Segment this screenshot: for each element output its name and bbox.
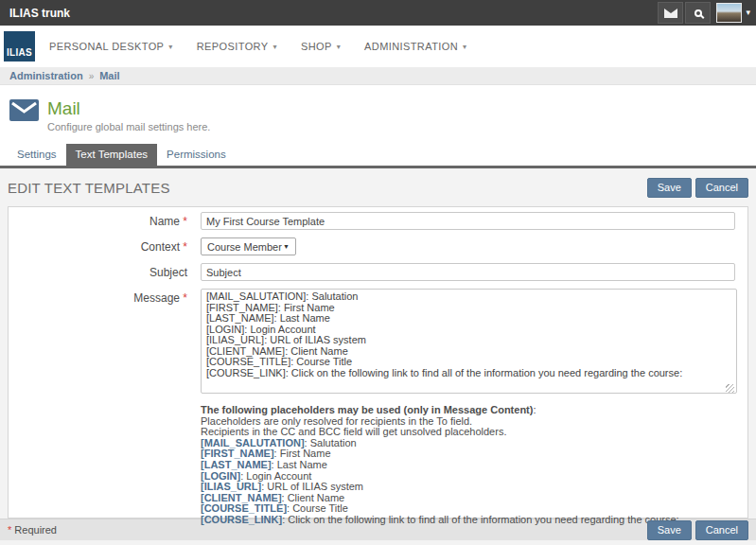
- placeholder-help: The following placeholders may be used (…: [201, 405, 747, 526]
- placeholder-token: [COURSE_TITLE]: [201, 502, 287, 514]
- main-menu: PERSONAL DESKTOP ▾ REPOSITORY ▾ SHOP ▾ A…: [49, 41, 490, 52]
- form-title: EDIT TEXT TEMPLATES: [8, 180, 170, 196]
- magnifier-icon: [694, 9, 702, 17]
- help-intro-tail: :: [533, 404, 536, 415]
- chevron-down-icon: ▾: [168, 43, 172, 51]
- subject-input[interactable]: [201, 263, 735, 281]
- placeholder-token: [LOGIN]: [201, 470, 240, 482]
- form-row-subject: Subject: [9, 263, 747, 281]
- label-text: Name: [149, 215, 180, 228]
- placeholder-desc: : URL of ILIAS system: [261, 481, 363, 492]
- envelope-icon: [664, 9, 677, 18]
- chevron-down-icon: ▾: [337, 43, 341, 51]
- nav-label: REPOSITORY: [197, 41, 269, 52]
- name-label: Name *: [9, 212, 187, 228]
- name-input[interactable]: [201, 212, 735, 230]
- placeholder-desc: : Course Title: [287, 502, 348, 514]
- page-header: Mail Configure global mail settings here…: [0, 85, 756, 144]
- form-row-message: Message * [MAIL_SALUTATION]: Salutation …: [9, 289, 747, 397]
- nav-label: SHOP: [301, 41, 332, 52]
- main-nav: ILIAS PERSONAL DESKTOP ▾ REPOSITORY ▾ SH…: [0, 26, 756, 67]
- tab-bar: Settings Text Templates Permissions: [0, 144, 756, 166]
- nav-label: PERSONAL DESKTOP: [49, 41, 164, 52]
- required-asterisk: *: [183, 215, 187, 228]
- form-row-context: Context * Course Member ▼: [9, 237, 747, 255]
- tab-permissions[interactable]: Permissions: [157, 144, 236, 166]
- placeholder-token: [COURSE_LINK]: [201, 514, 282, 525]
- breadcrumb: Administration » Mail: [0, 67, 756, 85]
- placeholder-token: [LAST_NAME]: [201, 459, 272, 470]
- page: ILIAS trunk ▾ ILIAS PERSONAL DESKTOP ▾ R…: [0, 0, 756, 545]
- help-intro: The following placeholders may be used (…: [201, 405, 747, 416]
- cancel-button-top[interactable]: Cancel: [695, 178, 748, 198]
- page-title: Mail: [47, 98, 210, 118]
- placeholder-desc: : First Name: [274, 448, 331, 459]
- form-header: EDIT TEXT TEMPLATES Save Cancel: [0, 168, 756, 206]
- nav-label: ADMINISTRATION: [364, 41, 458, 52]
- placeholder-token: [FIRST_NAME]: [201, 448, 274, 459]
- save-button-top[interactable]: Save: [647, 178, 692, 198]
- form-header-actions: Save Cancel: [647, 178, 748, 198]
- placeholder-desc: : Login Account: [240, 470, 311, 482]
- nav-shop[interactable]: SHOP ▾: [301, 41, 341, 52]
- message-label: Message *: [9, 289, 187, 305]
- message-textarea-wrap: [MAIL_SALUTATION]: Salutation [FIRST_NAM…: [201, 289, 737, 397]
- form-section: EDIT TEXT TEMPLATES Save Cancel Name * C…: [0, 168, 756, 545]
- placeholder-token: [MAIL_SALUTATION]: [201, 437, 305, 448]
- required-asterisk: *: [8, 524, 11, 536]
- context-label: Context *: [9, 237, 187, 254]
- breadcrumb-administration[interactable]: Administration: [9, 70, 83, 81]
- breadcrumb-separator: »: [89, 71, 95, 81]
- form-footer-actions: Save Cancel: [647, 520, 748, 540]
- required-note: * Required: [8, 524, 57, 536]
- placeholder-token: [ILIAS_URL]: [201, 481, 261, 492]
- select-caret-icon: ▼: [283, 243, 290, 250]
- chevron-down-icon: ▾: [273, 43, 276, 51]
- breadcrumb-mail[interactable]: Mail: [99, 70, 119, 81]
- search-icon[interactable]: [685, 2, 711, 24]
- placeholder-desc: : Click on the following link to find al…: [282, 514, 678, 525]
- label-text: Context: [141, 240, 180, 254]
- mail-icon[interactable]: [658, 2, 683, 24]
- required-asterisk: *: [183, 240, 187, 254]
- cancel-button-bottom[interactable]: Cancel: [695, 520, 748, 540]
- topbar-actions: ▾: [658, 0, 750, 26]
- context-selected-value: Course Member: [207, 241, 282, 253]
- placeholder-desc: : Client Name: [282, 492, 345, 503]
- message-textarea[interactable]: [MAIL_SALUTATION]: Salutation [FIRST_NAM…: [201, 289, 737, 394]
- required-note-text: Required: [14, 524, 57, 536]
- ilias-logo[interactable]: ILIAS: [4, 31, 35, 62]
- form-row-name: Name *: [9, 212, 747, 230]
- placeholder-token: [CLIENT_NAME]: [201, 492, 282, 503]
- nav-repository[interactable]: REPOSITORY ▾: [197, 41, 277, 52]
- topbar: ILIAS trunk ▾: [0, 0, 756, 26]
- help-intro-bold: The following placeholders may be used (…: [201, 404, 533, 415]
- subject-label: Subject: [9, 263, 187, 279]
- nav-administration[interactable]: ADMINISTRATION ▾: [364, 41, 466, 52]
- tab-text-templates[interactable]: Text Templates: [66, 144, 158, 166]
- required-asterisk: *: [183, 291, 187, 305]
- user-menu[interactable]: ▾: [716, 3, 750, 23]
- window-title: ILIAS trunk: [9, 7, 70, 20]
- context-select[interactable]: Course Member ▼: [201, 237, 296, 255]
- label-text: Subject: [149, 266, 187, 279]
- avatar: [716, 3, 742, 23]
- nav-personal-desktop[interactable]: PERSONAL DESKTOP ▾: [49, 41, 173, 52]
- page-header-text: Mail Configure global mail settings here…: [47, 98, 210, 144]
- mail-object-icon: [9, 99, 39, 121]
- chevron-down-icon: ▾: [746, 9, 750, 17]
- label-text: Message: [133, 291, 180, 305]
- form-panel: Name * Context * Course Member ▼ Subject…: [8, 206, 748, 519]
- save-button-bottom[interactable]: Save: [647, 520, 692, 540]
- chevron-down-icon: ▾: [463, 43, 466, 51]
- tab-settings[interactable]: Settings: [8, 144, 66, 166]
- placeholder-desc: : Salutation: [305, 437, 357, 448]
- page-subtitle: Configure global mail settings here.: [47, 121, 210, 132]
- placeholder-desc: : Last Name: [272, 459, 327, 470]
